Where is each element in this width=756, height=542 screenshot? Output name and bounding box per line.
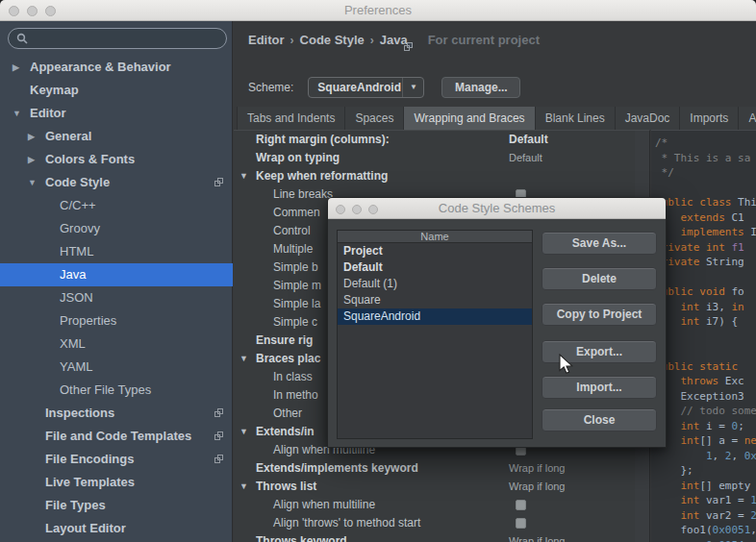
setting-label: Simple m xyxy=(273,279,321,292)
main-header: Editor›Code Style›JavaFor current projec… xyxy=(234,21,756,130)
window-title: Preferences xyxy=(0,3,756,17)
sidebar-item-java[interactable]: Java xyxy=(0,263,233,286)
scheme-combobox-value: SquareAndroid xyxy=(317,81,401,94)
sidebar-item-c-c-[interactable]: C/C++ xyxy=(0,194,233,217)
scheme-item-default[interactable]: Default xyxy=(338,259,532,276)
sidebar-item-label: Properties xyxy=(60,313,116,328)
save-as--button[interactable]: Save As... xyxy=(542,232,657,255)
setting-checkbox[interactable] xyxy=(516,500,526,510)
setting-label: Simple c xyxy=(273,315,317,329)
export--button[interactable]: Export... xyxy=(542,340,657,363)
chevron-down-icon[interactable]: ▼ xyxy=(13,102,21,125)
sidebar-item-layout-editor[interactable]: Layout Editor xyxy=(0,517,233,540)
sidebar-item-other-file-types[interactable]: Other File Types xyxy=(0,379,233,402)
setting-label: Simple b xyxy=(273,260,318,274)
sidebar-item-live-templates[interactable]: Live Templates xyxy=(0,471,233,494)
settings-tree: ▶Appearance & BehaviorKeymap▼Editor▶Gene… xyxy=(0,56,233,540)
sidebar-item-groovy[interactable]: Groovy xyxy=(0,217,233,240)
setting-label: Keep when reformatting xyxy=(256,169,388,183)
close-button[interactable]: Close xyxy=(542,408,657,431)
setting-label: Align when multiline xyxy=(273,498,375,511)
sidebar-search[interactable] xyxy=(8,28,227,49)
breadcrumb-item-code-style[interactable]: Code Style xyxy=(300,33,365,47)
sidebar-item-label: Code Style xyxy=(45,175,110,189)
breadcrumb-separator: › xyxy=(370,34,374,47)
code-preview-text: /* * This is a sa */ public class Thi ex… xyxy=(655,136,756,542)
chevron-down-icon[interactable]: ▼ xyxy=(28,171,37,194)
chevron-down-icon[interactable]: ▼ xyxy=(239,350,248,368)
dialog-titlebar: Code Style Schemes xyxy=(328,198,666,219)
chevron-down-icon[interactable]: ▼ xyxy=(239,478,248,496)
sidebar-item-keymap[interactable]: Keymap xyxy=(0,79,233,102)
chevron-right-icon[interactable]: ▶ xyxy=(28,125,35,148)
chevron-right-icon[interactable]: ▶ xyxy=(28,148,35,171)
sidebar-item-html[interactable]: HTML xyxy=(0,240,233,263)
tab-blank-lines[interactable]: Blank Lines xyxy=(536,107,616,130)
breadcrumb-separator: › xyxy=(290,34,294,47)
scheme-row: Scheme: SquareAndroid ▼ Manage... xyxy=(248,76,520,99)
tab-spaces[interactable]: Spaces xyxy=(345,107,404,130)
copy-to-project-button[interactable]: Copy to Project xyxy=(542,303,657,326)
import--button[interactable]: Import... xyxy=(542,376,657,399)
sidebar-item-appearance-behavior[interactable]: ▶Appearance & Behavior xyxy=(0,56,233,79)
setting-checkbox[interactable] xyxy=(516,518,526,529)
chevron-down-icon[interactable]: ▼ xyxy=(239,167,248,185)
setting-label: Extends/implements keyword xyxy=(256,461,418,475)
setting-value[interactable]: Default xyxy=(509,131,548,149)
tab-imports[interactable]: Imports xyxy=(680,107,739,130)
chevron-down-icon[interactable]: ▼ xyxy=(239,423,248,441)
settings-sidebar: ▶Appearance & BehaviorKeymap▼Editor▶Gene… xyxy=(0,21,233,542)
window-titlebar: Preferences xyxy=(0,0,756,21)
setting-row: ▼Throws listWrap if long xyxy=(234,478,635,496)
setting-row: Align 'throws' to method start xyxy=(234,514,635,532)
setting-label: In metho xyxy=(273,388,318,402)
setting-value[interactable]: Wrap if long xyxy=(509,532,566,542)
scheme-item-default-1-[interactable]: Default (1) xyxy=(338,276,532,292)
tab-tabs-and-indents[interactable]: Tabs and Indents xyxy=(238,107,345,130)
setting-label: In class xyxy=(273,370,313,383)
manage-button[interactable]: Manage... xyxy=(441,77,520,98)
sidebar-item-code-style[interactable]: ▼Code Style xyxy=(0,171,233,194)
setting-label: Control xyxy=(273,224,311,237)
delete-button[interactable]: Delete xyxy=(542,267,657,290)
scheme-item-square[interactable]: Square xyxy=(338,292,532,308)
sidebar-item-yaml[interactable]: YAML xyxy=(0,356,233,379)
sidebar-item-label: Colors & Fonts xyxy=(45,152,135,166)
setting-value[interactable]: Default xyxy=(509,149,542,167)
sidebar-item-label: File Types xyxy=(45,498,106,512)
setting-label: Multiple xyxy=(273,242,313,256)
sidebar-item-label: YAML xyxy=(60,359,92,374)
chevron-down-icon[interactable]: ▼ xyxy=(402,78,423,97)
schemes-list-header: Name xyxy=(338,231,532,243)
sidebar-item-file-types[interactable]: File Types xyxy=(0,494,233,517)
sidebar-item-general[interactable]: ▶General xyxy=(0,125,233,148)
current-project-badge-icon xyxy=(404,42,413,51)
tab-javadoc[interactable]: JavaDoc xyxy=(616,107,681,130)
setting-value[interactable]: Wrap if long xyxy=(509,459,566,478)
sidebar-item-inspections[interactable]: Inspections xyxy=(0,402,233,425)
sidebar-item-properties[interactable]: Properties xyxy=(0,309,233,333)
sidebar-item-file-encodings[interactable]: File Encodings xyxy=(0,448,233,471)
chevron-right-icon[interactable]: ▶ xyxy=(13,56,19,79)
sidebar-item-file-and-code-templates[interactable]: File and Code Templates xyxy=(0,425,233,448)
scheme-item-squareandroid[interactable]: SquareAndroid xyxy=(338,308,532,325)
setting-row: Wrap on typingDefault xyxy=(234,149,635,167)
sidebar-item-editor[interactable]: ▼Editor xyxy=(0,102,233,125)
scheme-combobox[interactable]: SquareAndroid ▼ xyxy=(308,77,424,98)
sidebar-item-xml[interactable]: XML xyxy=(0,333,233,356)
current-project-badge-icon xyxy=(214,455,223,463)
tab-arrangement[interactable]: Arrangement xyxy=(739,107,756,130)
sidebar-item-json[interactable]: JSON xyxy=(0,286,233,309)
setting-value[interactable]: Wrap if long xyxy=(509,478,566,496)
schemes-list: Name ProjectDefaultDefault (1)SquareSqua… xyxy=(337,230,533,439)
scheme-item-project[interactable]: Project xyxy=(338,243,532,259)
breadcrumb: Editor›Code Style›JavaFor current projec… xyxy=(248,33,540,47)
current-project-badge-icon xyxy=(214,178,223,186)
search-input[interactable] xyxy=(28,31,201,46)
sidebar-item-label: Other File Types xyxy=(60,382,151,397)
tab-wrapping-and-braces[interactable]: Wrapping and Braces xyxy=(404,107,535,130)
sidebar-item-colors-fonts[interactable]: ▶Colors & Fonts xyxy=(0,148,233,171)
dialog-title: Code Style Schemes xyxy=(328,201,666,215)
setting-label: Throws keyword xyxy=(256,534,347,542)
breadcrumb-item-editor[interactable]: Editor xyxy=(248,33,285,47)
